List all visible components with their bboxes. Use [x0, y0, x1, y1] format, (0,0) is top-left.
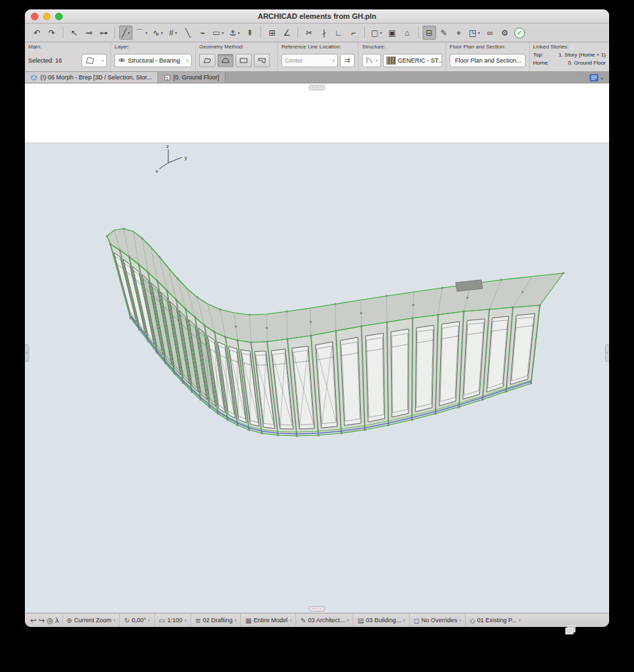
palette-handle-bottom[interactable]: ···· — [309, 606, 325, 611]
group-dropdown[interactable]: ▢▾ — [369, 26, 384, 40]
3d-viewport[interactable]: zyx — [25, 143, 609, 613]
fit-in-window-button[interactable]: ◎ — [46, 616, 53, 625]
orientation-control[interactable]: ↻0,00°› — [119, 613, 154, 627]
trim-button[interactable]: ✂ — [302, 26, 316, 40]
floor-plan-display-button[interactable]: Floor Plan and Section... › — [450, 54, 526, 67]
titlebar: ARCHICAD elements from GH.pln — [25, 9, 609, 24]
home-story-button[interactable]: ⌂ — [400, 26, 414, 40]
element-elevation-button-icon: ⇞ — [246, 29, 253, 37]
navigator-panel-icon — [590, 74, 598, 81]
tab-ground-floor[interactable]: [0. Ground Floor] — [158, 72, 225, 83]
dropdown-arrow-icon: ▾ — [145, 31, 147, 35]
element-elevation-button[interactable]: ⇞ — [243, 26, 256, 40]
window-proxy-icon — [565, 625, 575, 637]
snap-guides-button[interactable]: ⊟ — [423, 26, 436, 40]
palette-handle-top[interactable]: ···· — [309, 85, 325, 90]
arc-tool-dropdown[interactable]: ⌒▾ — [134, 26, 149, 40]
pen-set-control[interactable]: ✎03 Architect...› — [295, 613, 353, 627]
grid-snap-dropdown-icon: # — [169, 29, 174, 37]
redo-button[interactable]: ↷ — [45, 26, 59, 40]
linked-home-value: 0. Ground Floor — [568, 59, 606, 67]
zoom-next-button[interactable]: ↪ — [38, 616, 44, 625]
group-dropdown-icon: ▢ — [371, 29, 378, 37]
infobox-section-structure: Structure: › GENERIC - ST... › — [359, 42, 446, 71]
layer-selector-button[interactable]: Structural - Bearing › — [114, 54, 192, 67]
zoom-control-icon: ⊕ — [67, 617, 72, 624]
layer-section-label: Layer: — [114, 44, 192, 50]
marquee-dropdown[interactable]: ▭▾ — [211, 26, 225, 40]
adjust-button[interactable]: ∟ — [332, 26, 345, 40]
split-button[interactable]: ∤ — [317, 26, 330, 40]
pick-up-style-button[interactable]: ⌖ — [452, 26, 466, 40]
link-elements-button[interactable]: ∞ — [483, 26, 497, 40]
scale-control[interactable]: ▭1:100› — [154, 613, 190, 627]
scale-control-label: 1:100 — [167, 617, 182, 624]
angle-dimension-button[interactable]: ∠ — [280, 26, 293, 40]
pick-up-parameters-button-icon: ⊸ — [85, 29, 92, 37]
line-tool-dropdown[interactable]: ╱▾ — [119, 26, 133, 40]
status-bar: ↩↪◎λ ⊕Current Zoom›↻0,00°›▭1:100›≣02 Dra… — [25, 613, 609, 627]
inject-parameters-button[interactable]: ⊶ — [97, 26, 110, 40]
model-view-options-control[interactable]: ▤03 Building...› — [353, 613, 409, 627]
svg-text:z: z — [166, 143, 169, 149]
info-box: Main: Selected: 16 › Layer: Structural -… — [25, 42, 609, 72]
layer-combination-control-icon: ≣ — [195, 617, 201, 624]
fullscreen-button[interactable] — [55, 13, 63, 20]
graphic-override-control[interactable]: ◻No Overrides› — [409, 613, 465, 627]
suspend-groups-button[interactable]: ▣ — [386, 26, 399, 40]
selected-count: Selected: 16 — [28, 57, 62, 64]
layer-combination-control[interactable]: ≣02 Drafting› — [190, 613, 240, 627]
view-switcher-button[interactable]: ⌄ — [585, 72, 609, 83]
flip-reference-button[interactable]: ⇉ — [340, 54, 355, 67]
pick-up-parameters-button[interactable]: ⊸ — [82, 26, 96, 40]
zoom-previous-button[interactable]: ↩ — [30, 616, 36, 625]
infobox-section-reference-line: Reference Line Location: Center › ⇉ — [278, 42, 359, 71]
floor-plan-display-value: Floor Plan and Section... — [455, 57, 522, 64]
chevron-right-icon: › — [374, 57, 378, 64]
guide-lines-button-icon: ╲ — [185, 29, 190, 37]
morph-model[interactable]: zyx — [25, 143, 609, 613]
structure-display-control[interactable]: ▦Entire Model› — [240, 613, 295, 627]
minimize-button[interactable] — [43, 13, 50, 20]
graphic-override-control-icon: ◻ — [414, 617, 419, 624]
walk-mode-button[interactable]: λ — [55, 616, 59, 624]
geometry-method-rectangle-button[interactable] — [236, 54, 252, 67]
select-arrow-button[interactable]: ↖ — [67, 26, 81, 40]
dropdown-arrow-icon: ▾ — [161, 31, 163, 35]
panel-handle-right[interactable]: › — [605, 344, 609, 362]
fillet-button[interactable]: ⌐ — [347, 26, 360, 40]
geometry-method-curved-button[interactable] — [217, 54, 234, 67]
zoom-control[interactable]: ⊕Current Zoom› — [62, 613, 120, 627]
svg-text:y: y — [184, 155, 187, 161]
guide-lines-button[interactable]: ╲ — [181, 26, 195, 40]
morph-icon — [85, 57, 95, 65]
dimension-button[interactable]: ⊞ — [265, 26, 279, 40]
settings-gear-button[interactable]: ⚙ — [498, 26, 512, 40]
paint-brush-button[interactable]: ✎ — [437, 26, 451, 40]
morph-settings-button[interactable]: › — [81, 54, 107, 67]
tab-3d-morph-selection[interactable]: (!) 06 Morph - Brep [3D / Selection, Sto… — [25, 72, 158, 83]
chevron-right-icon: › — [347, 617, 349, 624]
drawing-area[interactable]: zyx ···· ···· ‹ › — [25, 83, 609, 613]
reference-line-select[interactable]: Center › — [281, 54, 338, 67]
geometry-method-polygonal-button[interactable] — [199, 54, 215, 67]
line-tool-dropdown-icon: ╱ — [122, 29, 127, 37]
renovation-filter-control[interactable]: ◇01 Existing P...› — [465, 613, 525, 627]
grid-snap-dropdown[interactable]: #▾ — [166, 26, 180, 40]
view-options-dropdown[interactable]: ◳▾ — [467, 26, 482, 40]
close-button[interactable] — [31, 13, 38, 20]
magic-wand-button[interactable]: ⌁ — [196, 26, 209, 40]
linked-home-row: Home: 0. Ground Floor — [533, 59, 606, 67]
polyline-tool-dropdown[interactable]: ∿▾ — [151, 26, 165, 40]
chevron-right-icon: › — [113, 617, 115, 624]
panel-handle-left[interactable]: ‹ — [25, 344, 29, 362]
split-button-icon: ∤ — [322, 29, 326, 37]
structure-type-button[interactable]: › — [362, 54, 381, 67]
geometry-method-complex-button[interactable] — [254, 54, 270, 67]
infobox-section-linked-stories: Linked Stories: Top: 1. Story (Home + 1)… — [530, 42, 609, 71]
undo-button[interactable]: ↶ — [30, 26, 44, 40]
building-material-button[interactable]: GENERIC - ST... › — [383, 54, 442, 67]
window-title: ARCHICAD elements from GH.pln — [25, 12, 609, 20]
gravity-dropdown[interactable]: ⚓▾ — [227, 26, 242, 40]
confirm-button[interactable]: ✓ — [514, 28, 525, 38]
